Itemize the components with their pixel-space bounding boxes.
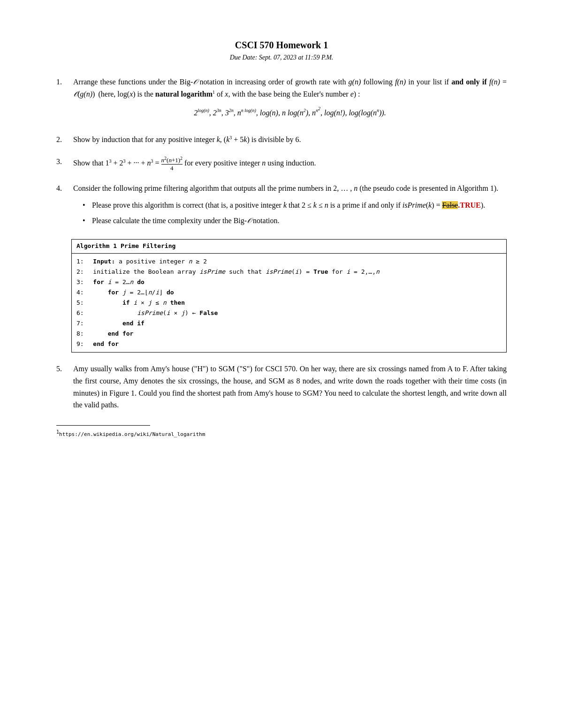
algo-line-6: 6: isPrime(i × j) ← False [76, 308, 502, 318]
bullet-4-1: Please prove this algorithm is correct (… [83, 199, 507, 211]
footnote-1: 1https://en.wikipedia.org/wiki/Natural_l… [56, 428, 507, 438]
problem-3: 3. Show that 13 + 23 + ··· + n3 = n2(n+1… [56, 156, 507, 172]
algorithm-1-body: 1: Input: a positive integer n ≥ 2 2: in… [72, 254, 506, 353]
bullet-4-2: Please calculate the time complexity und… [83, 215, 507, 227]
that-highlight: 2 ≤ k ≤ n [302, 201, 328, 209]
algo-line-5: 5: if i × j ≤ n then [76, 298, 502, 308]
problem-3-text: Show that 13 + 23 + ··· + n3 = n2(n+1)2 … [73, 156, 507, 172]
false-strikethrough: False [442, 201, 458, 209]
problem-5-number: 5. [56, 363, 69, 411]
problem-list: 1. Arrange these functions under the Big… [56, 76, 507, 411]
problem-4-bullets: Please prove this algorithm is correct (… [83, 199, 507, 227]
due-date: Due Date: Sept. 07, 2023 at 11:59 P.M. [56, 53, 507, 63]
problem-2: 2. Show by induction that for any positi… [56, 134, 507, 146]
problem-5-text: Amy usually walks from Amy's house ("H")… [73, 363, 507, 411]
algo-line-1: 1: Input: a positive integer n ≥ 2 [76, 256, 502, 267]
problem-5: 5. Amy usually walks from Amy's house ("… [56, 363, 507, 411]
problem-2-text: Show by induction that for any positive … [73, 134, 507, 146]
footnote-ref-1: 1 [213, 90, 215, 95]
algorithm-1-box: Algorithm 1 Prime Filtering 1: Input: a … [71, 239, 507, 353]
footnote-divider [56, 425, 150, 426]
algo-line-7: 7: end if [76, 318, 502, 329]
algo-line-9: 9: end for [76, 339, 502, 349]
true-annotation: .TRUE [458, 201, 480, 209]
problem-1-number: 1. [56, 76, 69, 123]
page-header: CSCI 570 Homework 1 Due Date: Sept. 07, … [56, 38, 507, 63]
algo-line-8: 8: end for [76, 329, 502, 339]
page-container: CSCI 570 Homework 1 Due Date: Sept. 07, … [56, 38, 507, 438]
from-text: from [134, 365, 149, 373]
algorithm-1-title: Algorithm 1 Prime Filtering [72, 240, 506, 254]
big-o-symbol: 𝒪 [193, 78, 197, 86]
problem-1-text: Arrange these functions under the Big-𝒪 … [73, 76, 507, 123]
algo-line-2: 2: initialize the Boolean array isPrime … [76, 267, 502, 277]
problem-1: 1. Arrange these functions under the Big… [56, 76, 507, 123]
algo-line-4: 4: for j = 2…⌊n/i⌋ do [76, 287, 502, 298]
problem-4-number: 4. [56, 182, 69, 231]
problem-4-text: Consider the following prime filtering a… [73, 182, 507, 231]
problem-4: 4. Consider the following prime filterin… [56, 182, 507, 353]
problem-2-number: 2. [56, 134, 69, 146]
page-title: CSCI 570 Homework 1 [56, 38, 507, 53]
problem-1-math: 2log(n), 23n, 32n, nn log(n), log(n), n … [73, 105, 507, 119]
footnote-1-url: https://en.wikipedia.org/wiki/Natural_lo… [59, 431, 205, 437]
problem-3-number: 3. [56, 156, 69, 172]
algo-line-3: 3: for i = 2…n do [76, 277, 502, 287]
